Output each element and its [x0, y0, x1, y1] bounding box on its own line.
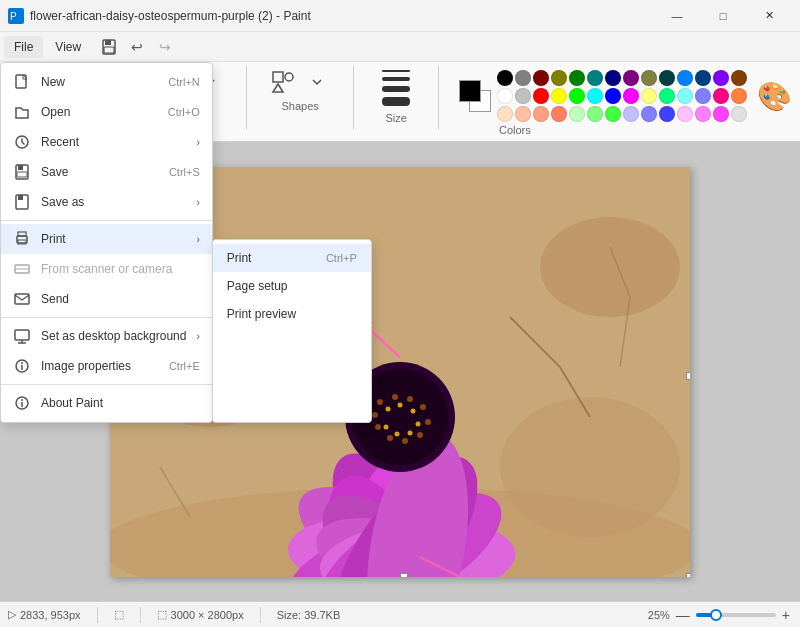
- recent-icon: [13, 133, 31, 151]
- color-swatch[interactable]: [587, 88, 603, 104]
- zoom-plus-button[interactable]: +: [780, 607, 792, 623]
- color-swatch[interactable]: [569, 88, 585, 104]
- submenu-preview-label: Print preview: [227, 307, 296, 321]
- menu-print[interactable]: Print ›: [1, 224, 212, 254]
- color-swatch[interactable]: [623, 70, 639, 86]
- color-swatch[interactable]: [695, 106, 711, 122]
- submenu-print[interactable]: Print Ctrl+P: [213, 244, 371, 272]
- zoom-level: 25%: [648, 609, 670, 621]
- svg-point-47: [384, 424, 389, 429]
- size-medium[interactable]: [382, 77, 410, 81]
- zoom-minus-button[interactable]: —: [674, 607, 692, 623]
- svg-point-13: [540, 217, 680, 317]
- color-swatch[interactable]: [641, 70, 657, 86]
- zoom-slider[interactable]: [696, 613, 776, 617]
- properties-icon: [13, 357, 31, 375]
- color-swatch[interactable]: [515, 106, 531, 122]
- color-swatch[interactable]: [641, 88, 657, 104]
- colors-group: 🎨: [459, 70, 792, 122]
- submenu-pagesetup[interactable]: Page setup: [213, 272, 371, 300]
- color-swatch[interactable]: [533, 106, 549, 122]
- size-thick[interactable]: [382, 86, 410, 92]
- color-swatch[interactable]: [659, 106, 675, 122]
- color-swatch[interactable]: [551, 88, 567, 104]
- color-swatch[interactable]: [605, 106, 621, 122]
- menu-recent[interactable]: Recent ›: [1, 127, 212, 157]
- send-icon: [13, 290, 31, 308]
- menu-save[interactable]: Save Ctrl+S: [1, 157, 212, 187]
- view-menu-item[interactable]: View: [45, 36, 91, 58]
- menu-new[interactable]: New Ctrl+N: [1, 67, 212, 97]
- minimize-button[interactable]: —: [654, 0, 700, 32]
- cursor-icon-group: ▷ 2833, 953px: [8, 608, 81, 621]
- svg-point-35: [425, 419, 431, 425]
- close-button[interactable]: ✕: [746, 0, 792, 32]
- color-swatch[interactable]: [659, 70, 675, 86]
- color-swatch[interactable]: [659, 88, 675, 104]
- foreground-color[interactable]: [459, 80, 481, 102]
- open-shortcut: Ctrl+O: [168, 106, 200, 118]
- selection-group: ⬚: [114, 608, 124, 621]
- color-swatch[interactable]: [677, 88, 693, 104]
- color-swatch[interactable]: [515, 88, 531, 104]
- print-label: Print: [41, 232, 66, 246]
- menu-about[interactable]: About Paint: [1, 388, 212, 418]
- color-swatch[interactable]: [497, 106, 513, 122]
- color-swatch[interactable]: [695, 88, 711, 104]
- maximize-button[interactable]: □: [700, 0, 746, 32]
- status-divider-2: [140, 607, 141, 623]
- color-swatch[interactable]: [731, 88, 747, 104]
- resize-handle-bm[interactable]: [400, 573, 408, 577]
- menu-open[interactable]: Open Ctrl+O: [1, 97, 212, 127]
- color-swatch[interactable]: [641, 106, 657, 122]
- color-swatch[interactable]: [677, 106, 693, 122]
- color-wheel[interactable]: 🎨: [757, 80, 792, 113]
- color-swatch[interactable]: [695, 70, 711, 86]
- color-swatch[interactable]: [533, 88, 549, 104]
- svg-rect-64: [15, 294, 29, 304]
- color-swatch[interactable]: [605, 88, 621, 104]
- redo-quick-button[interactable]: ↪: [153, 35, 177, 59]
- color-swatch[interactable]: [515, 70, 531, 86]
- size-thin[interactable]: [382, 70, 410, 72]
- submenu-preview[interactable]: Print preview: [213, 300, 371, 328]
- undo-quick-button[interactable]: ↩: [125, 35, 149, 59]
- color-swatch[interactable]: [551, 70, 567, 86]
- color-swatch[interactable]: [497, 70, 513, 86]
- desktop-icon: [13, 327, 31, 345]
- color-swatch[interactable]: [587, 106, 603, 122]
- resize-handle-br[interactable]: [686, 573, 690, 577]
- color-swatch[interactable]: [677, 70, 693, 86]
- color-swatch[interactable]: [587, 70, 603, 86]
- new-label: New: [41, 75, 65, 89]
- svg-rect-56: [17, 172, 27, 177]
- menu-saveas[interactable]: Save as ›: [1, 187, 212, 217]
- color-swatch[interactable]: [731, 70, 747, 86]
- color-swatch[interactable]: [569, 70, 585, 86]
- resize-handle-rm[interactable]: [686, 372, 690, 380]
- menu-desktop[interactable]: Set as desktop background ›: [1, 321, 212, 351]
- color-swatch[interactable]: [497, 88, 513, 104]
- colors-label: Colors: [499, 124, 531, 136]
- color-swatch[interactable]: [713, 88, 729, 104]
- save-label: Save: [41, 165, 68, 179]
- color-swatch[interactable]: [623, 88, 639, 104]
- svg-point-36: [417, 432, 423, 438]
- size-thickest[interactable]: [382, 97, 410, 106]
- file-menu-item[interactable]: File: [4, 36, 43, 58]
- save-quick-button[interactable]: [97, 35, 121, 59]
- color-swatch[interactable]: [605, 70, 621, 86]
- send-label: Send: [41, 292, 69, 306]
- saveas-label: Save as: [41, 195, 84, 209]
- color-swatch[interactable]: [713, 70, 729, 86]
- app-icon: P: [8, 8, 24, 24]
- color-swatch[interactable]: [569, 106, 585, 122]
- color-swatch[interactable]: [551, 106, 567, 122]
- color-swatch[interactable]: [731, 106, 747, 122]
- menu-properties[interactable]: Image properties Ctrl+E: [1, 351, 212, 381]
- color-swatch[interactable]: [533, 70, 549, 86]
- menu-send[interactable]: Send: [1, 284, 212, 314]
- color-swatch[interactable]: [713, 106, 729, 122]
- color-row-2: [497, 88, 747, 104]
- color-swatch[interactable]: [623, 106, 639, 122]
